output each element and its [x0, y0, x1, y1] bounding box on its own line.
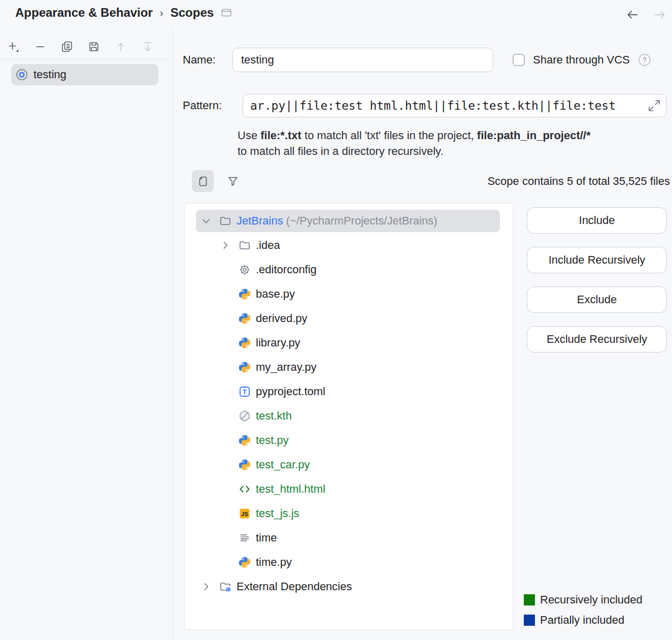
- legend-item: Recursively included: [524, 593, 643, 607]
- chevron-down-icon[interactable]: [200, 215, 212, 227]
- tree-indent: [219, 459, 239, 471]
- tree-row[interactable]: JetBrains (~/PycharmProjects/JetBrains): [185, 209, 513, 233]
- scope-list-item[interactable]: testing: [11, 64, 158, 85]
- tree-item-label: test.py: [256, 434, 289, 447]
- toml-icon: T: [239, 386, 251, 398]
- back-icon[interactable]: [626, 8, 640, 21]
- name-label: Name:: [183, 48, 216, 72]
- breadcrumb-item-appearance-behavior[interactable]: Appearance & Behavior: [15, 6, 153, 20]
- tree-item-label: my_array.py: [256, 361, 316, 374]
- copy-button[interactable]: [61, 41, 73, 53]
- help-text-segment: file:*.txt: [260, 129, 301, 142]
- chevron-right-icon[interactable]: [219, 239, 231, 251]
- tree-item-label: base.py: [256, 287, 295, 301]
- add-button[interactable]: [7, 41, 19, 53]
- show-files-button[interactable]: [192, 170, 214, 192]
- tree-row[interactable]: derived.py: [185, 306, 513, 331]
- remove-button[interactable]: [34, 41, 46, 53]
- breadcrumb-separator: ›: [160, 7, 163, 19]
- tree-item-path: (~/PycharmProjects/JetBrains): [283, 214, 438, 228]
- exclude-recursively-button[interactable]: Exclude Recursively: [527, 326, 667, 353]
- download-button[interactable]: [142, 41, 154, 53]
- tree-row[interactable]: base.py: [185, 282, 513, 306]
- tree-row[interactable]: time: [185, 526, 513, 550]
- gear-icon: [239, 264, 251, 276]
- python-icon: [239, 337, 251, 349]
- tree-row[interactable]: JStest_js.js: [185, 501, 513, 526]
- legend-label: Partially included: [540, 614, 624, 627]
- tree-item-label: time.py: [256, 556, 292, 569]
- help-text-segment: file:path_in_project//*: [477, 129, 591, 142]
- save-button[interactable]: [88, 41, 100, 53]
- filter-icon: [227, 175, 239, 187]
- tree-toolbar: [192, 170, 244, 192]
- show-files-icon: [197, 175, 209, 187]
- legend: Recursively includedPartially included: [524, 593, 643, 627]
- help-text-segment: Use: [238, 129, 260, 142]
- scope-icon: [15, 68, 28, 81]
- tree-row[interactable]: test_car.py: [185, 453, 513, 477]
- legend-label: Recursively included: [540, 593, 643, 606]
- upload-button[interactable]: [115, 41, 127, 53]
- tree-indent: [219, 361, 239, 373]
- history-nav: [626, 8, 666, 21]
- include-recursively-button[interactable]: Include Recursively: [527, 247, 667, 273]
- svg-text:T: T: [243, 388, 247, 396]
- folder-icon: [239, 239, 251, 251]
- pattern-help-text: Use file:*.txt to match all 'txt' files …: [238, 127, 591, 159]
- settings-scopes-page: Appearance & Behavior›Scopes testing Nam…: [0, 0, 672, 640]
- scope-name-input[interactable]: [232, 48, 493, 72]
- tree-item-label: External Dependencies: [237, 580, 352, 593]
- python-icon: [239, 312, 251, 325]
- share-vcs-label: Share through VCS: [533, 53, 630, 67]
- chevron-right-icon[interactable]: [200, 581, 212, 593]
- tree-row[interactable]: my_array.py: [185, 355, 513, 379]
- scopes-list-toolbar: [0, 34, 173, 59]
- tree-row[interactable]: test.kth: [185, 404, 513, 428]
- include-button[interactable]: Include: [527, 207, 667, 234]
- tree-indent: [219, 312, 239, 325]
- tree-row[interactable]: Tpyproject.toml: [185, 379, 513, 404]
- tree-item-label: pyproject.toml: [256, 385, 325, 398]
- tree-item-label: .editorconfig: [256, 263, 317, 276]
- share-vcs-row: Share through VCS ?: [513, 48, 651, 72]
- tree-row[interactable]: time.py: [185, 550, 513, 574]
- expand-icon[interactable]: [647, 99, 661, 113]
- tree-item-label: JetBrains: [237, 214, 283, 228]
- tree-indent: [219, 556, 239, 568]
- filter-button[interactable]: [222, 170, 244, 192]
- scopes-list: testing: [11, 64, 158, 85]
- tree-row[interactable]: .idea: [185, 233, 513, 258]
- help-icon[interactable]: ?: [638, 53, 651, 67]
- tree-indent: [219, 386, 239, 398]
- html-icon: [239, 483, 251, 495]
- svg-text:JS: JS: [241, 511, 248, 517]
- text-file-icon: [239, 532, 251, 544]
- python-icon: [239, 288, 251, 300]
- tree-row[interactable]: .editorconfig: [185, 258, 513, 282]
- tree-row[interactable]: library.py: [185, 331, 513, 355]
- tree-item-label: test_js.js: [256, 507, 299, 520]
- tree-row[interactable]: test.py: [185, 428, 513, 453]
- project-file-tree: JetBrains (~/PycharmProjects/JetBrains).…: [184, 203, 513, 630]
- tree-row[interactable]: test_html.html: [185, 477, 513, 501]
- exclude-button[interactable]: Exclude: [527, 286, 667, 313]
- forward-icon[interactable]: [653, 8, 666, 21]
- tree-indent: [219, 264, 239, 276]
- sidebar-divider: [173, 28, 173, 640]
- tree-indent: [219, 483, 239, 495]
- tree-row[interactable]: External Dependencies: [185, 574, 513, 599]
- tree-item-label: test_car.py: [256, 458, 310, 471]
- breadcrumb: Appearance & Behavior›Scopes: [15, 4, 232, 21]
- help-text-segment: to match all 'txt' files in the project,: [301, 129, 477, 142]
- svg-text:?: ?: [643, 56, 647, 64]
- python-icon: [239, 556, 251, 568]
- unknown-file-icon: [239, 410, 251, 422]
- scope-pattern-input[interactable]: [243, 94, 666, 117]
- share-vcs-checkbox[interactable]: [513, 54, 525, 66]
- tree-item-label: library.py: [256, 336, 300, 349]
- tree-item-label: test.kth: [256, 409, 292, 423]
- js-icon: JS: [239, 507, 251, 520]
- folder-library-icon: [219, 581, 231, 593]
- folder-icon: [219, 215, 231, 227]
